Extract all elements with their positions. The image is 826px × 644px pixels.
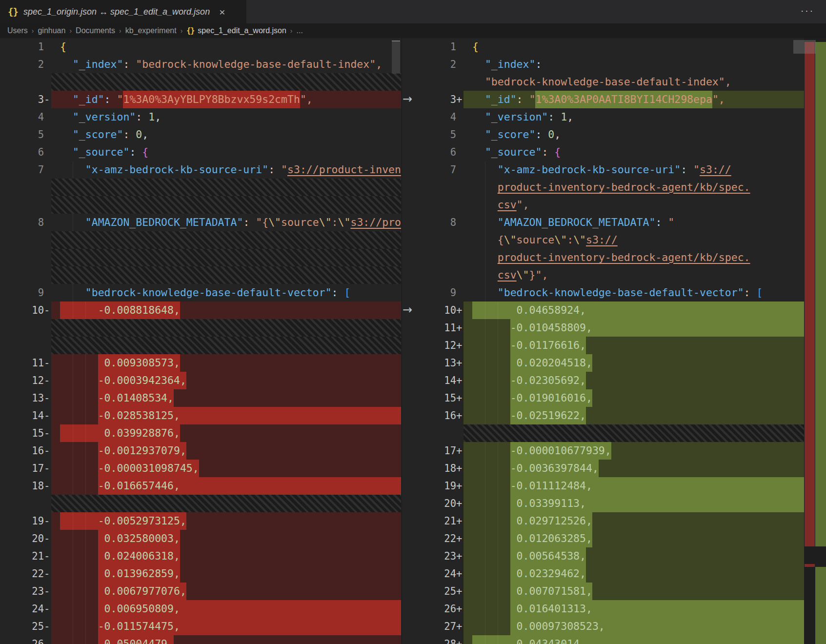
code-line[interactable]: 9"bedrock-knowledge-base-default-vector"… xyxy=(0,284,401,302)
code-line-content[interactable]: "x-amz-bedrock-kb-source-uri": "s3://pro… xyxy=(51,161,401,179)
code-line[interactable]: 10+ 0.04658924, xyxy=(402,302,804,319)
code-line[interactable]: {\"source\":\"s3:// xyxy=(402,231,804,249)
code-line[interactable]: 4"_version": 1, xyxy=(0,108,401,126)
code-line-content[interactable]: "bedrock-knowledge-base-default-index", xyxy=(463,73,804,91)
code-line-content[interactable]: 0.016401313, xyxy=(463,600,804,618)
code-line-content[interactable]: {\"source\":\"s3:// xyxy=(463,231,804,249)
code-line-content[interactable]: 0.05004479, xyxy=(51,635,401,644)
close-icon[interactable]: × xyxy=(219,7,225,17)
code-line[interactable]: 9"bedrock-knowledge-base-default-vector"… xyxy=(402,284,804,302)
code-line[interactable]: 4"_version": 1, xyxy=(402,108,804,126)
code-line-content[interactable]: "_source": { xyxy=(463,143,804,161)
code-line-content[interactable]: -0.016657446, xyxy=(51,477,401,495)
code-line-content[interactable]: csv", xyxy=(463,196,804,214)
code-line-content[interactable]: "_version": 1, xyxy=(463,108,804,126)
code-line[interactable]: 26- 0.05004479, xyxy=(0,635,401,644)
code-line[interactable]: 2"_index": "bedrock-knowledge-base-defau… xyxy=(0,56,401,73)
breadcrumb-symbol-path[interactable]: ... xyxy=(297,26,303,35)
code-line[interactable]: 18+-0.0036397844, xyxy=(402,460,804,477)
code-line[interactable]: 19--0.0052973125, xyxy=(0,512,401,530)
code-line[interactable]: 1{ xyxy=(0,38,401,56)
code-line-content[interactable]: 0.03399113, xyxy=(463,495,804,512)
code-line[interactable]: 1{ xyxy=(402,38,804,56)
code-line[interactable]: 25--0.011574475, xyxy=(0,618,401,635)
code-line[interactable]: 21- 0.024006318, xyxy=(0,547,401,565)
code-line-content[interactable]: -0.008818648, xyxy=(51,302,401,319)
code-line-content[interactable]: -0.0052973125, xyxy=(51,512,401,530)
right-pane-scrollbar[interactable] xyxy=(793,40,816,54)
code-line-content[interactable]: -0.011574475, xyxy=(51,618,401,635)
breadcrumb-item[interactable]: kb_experiment xyxy=(125,26,177,35)
code-line[interactable]: 7"x-amz-bedrock-kb-source-uri": "s3://pr… xyxy=(0,161,401,179)
overview-ruler[interactable] xyxy=(804,38,826,644)
code-line-content[interactable]: 0.039928876, xyxy=(51,424,401,442)
code-line-content[interactable]: "AMAZON_BEDROCK_METADATA": "{\"source\":… xyxy=(51,214,401,231)
code-line[interactable]: 13--0.01408534, xyxy=(0,389,401,407)
breadcrumb-file[interactable]: spec_1_edit_a_word.json xyxy=(198,26,286,35)
breadcrumb-item[interactable]: Documents xyxy=(76,26,115,35)
code-line-content[interactable]: "_source": { xyxy=(51,143,401,161)
code-line-content[interactable]: -0.000031098745, xyxy=(51,460,401,477)
code-line[interactable]: 27+ 0.00097308523, xyxy=(402,618,804,635)
code-line[interactable]: 20- 0.032580003, xyxy=(0,530,401,547)
diff-change-arrow-icon[interactable]: → xyxy=(403,302,422,319)
code-line[interactable]: 23+ 0.00564538, xyxy=(402,547,804,565)
code-line-content[interactable]: 0.0067977076, xyxy=(51,583,401,600)
code-line[interactable]: 23- 0.0067977076, xyxy=(0,583,401,600)
code-line[interactable]: 2"_index": xyxy=(402,56,804,73)
code-line[interactable]: 18--0.016657446, xyxy=(0,477,401,495)
code-line-content[interactable]: 0.012063285, xyxy=(463,530,804,547)
code-line-content[interactable]: -0.01408534, xyxy=(51,389,401,407)
code-line-content[interactable]: "_index": xyxy=(463,56,804,73)
code-line-content[interactable]: product-inventory-bedrock-agent/kb/spec. xyxy=(463,249,804,266)
code-line-content[interactable]: -0.000010677939, xyxy=(463,442,804,460)
code-line[interactable]: 24- 0.006950809, xyxy=(0,600,401,618)
code-line[interactable]: 11+-0.010458809, xyxy=(402,319,804,337)
more-actions-icon[interactable]: ··· xyxy=(801,5,814,16)
code-line[interactable]: 3-"_id": "1%3A0%3AyYBLPY8Bbzvx59s2cmTh", xyxy=(0,91,401,108)
code-line-content[interactable]: 0.00564538, xyxy=(463,547,804,565)
code-line[interactable]: csv\"}", xyxy=(402,266,804,284)
code-line[interactable]: 14+-0.02305692, xyxy=(402,372,804,389)
code-line[interactable]: 14--0.028538125, xyxy=(0,407,401,424)
code-line-content[interactable]: -0.0003942364, xyxy=(51,372,401,389)
code-line[interactable]: 17--0.000031098745, xyxy=(0,460,401,477)
code-line[interactable]: 3+"_id": "1%3A0%3AP0AATI8BYI14CH298epa", xyxy=(402,91,804,108)
code-line-content[interactable]: -0.0012937079, xyxy=(51,442,401,460)
code-line[interactable]: 6"_source": { xyxy=(0,143,401,161)
code-line-content[interactable]: -0.011112484, xyxy=(463,477,804,495)
code-line-content[interactable]: "AMAZON_BEDROCK_METADATA": " xyxy=(463,214,804,231)
code-line-content[interactable]: -0.028538125, xyxy=(51,407,401,424)
code-line[interactable]: 16--0.0012937079, xyxy=(0,442,401,460)
code-line[interactable]: 12--0.0003942364, xyxy=(0,372,401,389)
code-line-content[interactable]: 0.006950809, xyxy=(51,600,401,618)
code-line-content[interactable]: -0.01176616, xyxy=(463,337,804,354)
code-line-content[interactable]: "x-amz-bedrock-kb-source-uri": "s3:// xyxy=(463,161,804,179)
code-line-content[interactable]: { xyxy=(51,38,401,56)
code-line-content[interactable]: "_score": 0, xyxy=(463,126,804,143)
code-line-content[interactable]: "bedrock-knowledge-base-default-vector":… xyxy=(463,284,804,302)
code-line[interactable]: 5"_score": 0, xyxy=(0,126,401,143)
code-line[interactable]: 19+-0.011112484, xyxy=(402,477,804,495)
code-line[interactable]: 16+-0.02519622, xyxy=(402,407,804,424)
code-line-content[interactable]: -0.02519622, xyxy=(463,407,804,424)
code-line-content[interactable]: 0.013962859, xyxy=(51,565,401,583)
code-line[interactable]: 22- 0.013962859, xyxy=(0,565,401,583)
code-line-content[interactable]: "bedrock-knowledge-base-default-vector":… xyxy=(51,284,401,302)
code-line[interactable]: 8"AMAZON_BEDROCK_METADATA": "{\"source\"… xyxy=(0,214,401,231)
code-line[interactable]: 15- 0.039928876, xyxy=(0,424,401,442)
code-line[interactable]: 15+-0.019016016, xyxy=(402,389,804,407)
code-line-content[interactable]: -0.019016016, xyxy=(463,389,804,407)
code-line[interactable]: 25+ 0.007071581, xyxy=(402,583,804,600)
code-line-content[interactable]: "_id": "1%3A0%3AyYBLPY8Bbzvx59s2cmTh", xyxy=(51,91,401,108)
code-line[interactable]: csv", xyxy=(402,196,804,214)
left-pane-scrollbar[interactable] xyxy=(392,40,400,74)
code-line[interactable]: product-inventory-bedrock-agent/kb/spec. xyxy=(402,249,804,266)
code-line[interactable]: 21+ 0.029712526, xyxy=(402,512,804,530)
code-line[interactable]: 24+ 0.02329462, xyxy=(402,565,804,583)
code-line[interactable]: 7"x-amz-bedrock-kb-source-uri": "s3:// xyxy=(402,161,804,179)
code-line[interactable]: 22+ 0.012063285, xyxy=(402,530,804,547)
code-line-content[interactable]: "_score": 0, xyxy=(51,126,401,143)
code-line[interactable]: 13+ 0.020204518, xyxy=(402,354,804,372)
code-line-content[interactable]: 0.029712526, xyxy=(463,512,804,530)
